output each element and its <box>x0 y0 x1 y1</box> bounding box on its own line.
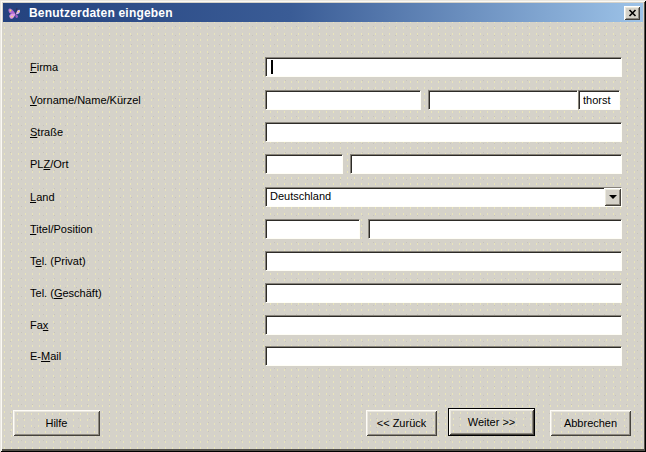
title-input[interactable] <box>265 219 360 239</box>
phone-home-input[interactable] <box>265 251 622 271</box>
dropdown-arrow-button[interactable] <box>604 188 621 206</box>
email-label: E-Mail <box>30 350 61 362</box>
dialog-window: Benutzerdaten eingeben Firma Vorname/Nam… <box>0 0 646 452</box>
butterfly-icon[interactable] <box>6 5 24 21</box>
title-label: Titel/Position <box>30 223 93 235</box>
cancel-button[interactable]: Abbrechen <box>550 410 631 436</box>
initials-input[interactable] <box>578 90 620 110</box>
text-caret <box>271 60 273 74</box>
company-label: Firma <box>30 61 58 73</box>
phone-work-label: Tel. (Geschäft) <box>30 287 102 299</box>
street-input[interactable] <box>265 122 622 142</box>
help-button[interactable]: Hilfe <box>13 410 100 436</box>
fax-input[interactable] <box>265 315 622 335</box>
position-input[interactable] <box>368 219 622 239</box>
fax-label: Fax <box>30 319 48 331</box>
company-input[interactable] <box>265 57 622 77</box>
country-select[interactable]: Deutschland <box>265 187 622 207</box>
name-label: Vorname/Name/Kürzel <box>30 94 141 106</box>
email-input[interactable] <box>265 346 622 366</box>
country-label: Land <box>30 191 55 203</box>
close-button[interactable] <box>624 6 640 20</box>
back-button[interactable]: << Zurück <box>366 410 437 436</box>
zip-input[interactable] <box>265 154 343 174</box>
street-label: Straße <box>30 126 63 138</box>
phone-work-input[interactable] <box>265 283 622 303</box>
titlebar[interactable]: Benutzerdaten eingeben <box>3 3 643 22</box>
lastname-input[interactable] <box>428 90 578 110</box>
chevron-down-icon <box>609 195 617 199</box>
city-input[interactable] <box>350 154 622 174</box>
close-icon <box>628 9 637 17</box>
firstname-input[interactable] <box>265 90 421 110</box>
phone-home-label: Tel. (Privat) <box>30 255 86 267</box>
next-button[interactable]: Weiter >> <box>448 408 535 436</box>
zip-city-label: PLZ/Ort <box>30 158 69 170</box>
country-select-value: Deutschland <box>266 188 604 206</box>
window-title: Benutzerdaten eingeben <box>29 6 173 20</box>
